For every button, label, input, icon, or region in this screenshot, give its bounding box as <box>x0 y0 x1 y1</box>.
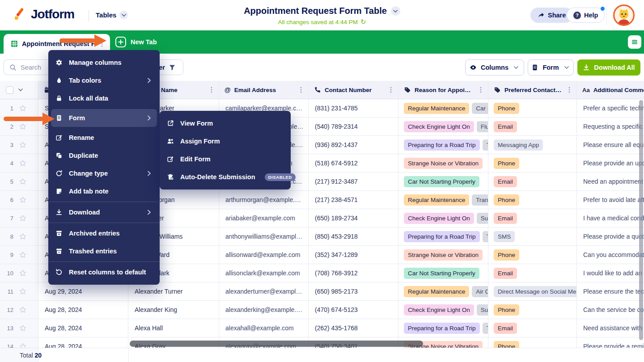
cell-comments[interactable]: I would like to add an extra service <box>577 264 644 282</box>
cell-email[interactable]: ariabaker@example.com <box>219 209 309 227</box>
cell-reason[interactable]: Preparing for a Road TripTire Check <box>398 136 488 154</box>
kebab-icon[interactable] <box>208 86 215 93</box>
cell-comments[interactable]: Need an appointment as soon as possible <box>577 173 644 191</box>
cell-comments[interactable]: Please provide an update on the repair <box>577 154 644 173</box>
cell-phone[interactable]: (708) 768-3912 <box>309 264 398 282</box>
cell-preferred-contact[interactable]: Email <box>488 264 577 282</box>
star-icon[interactable] <box>19 105 26 112</box>
menu-item-duplicate[interactable]: Duplicate <box>48 147 160 164</box>
cell-date[interactable]: Aug 28, 2024 <box>38 319 128 337</box>
cell-preferred-contact[interactable]: Phone <box>488 246 577 264</box>
jotform-logo[interactable]: Jotform <box>12 7 74 22</box>
form-button[interactable]: Form <box>528 59 574 76</box>
cell-email[interactable]: alexahall@example.com <box>219 319 309 337</box>
cell-reason[interactable]: Preparing for a Road TripTire Check <box>398 319 488 337</box>
column-header-preferred-contact[interactable]: Preferred Contact Method <box>488 81 577 99</box>
cell-phone[interactable]: (650) 985-2173 <box>309 282 398 301</box>
horizontal-scrollbar[interactable] <box>130 341 423 347</box>
star-icon[interactable] <box>19 141 26 148</box>
cell-reason[interactable]: Regular MaintenanceAir Conditioning <box>398 282 488 301</box>
title-chevron-icon[interactable] <box>391 6 400 16</box>
columns-button[interactable]: Columns <box>465 59 524 76</box>
cell-comments[interactable]: Please provide a quote before starting <box>577 227 644 246</box>
cell-reason[interactable]: Strange Noise or Vibration <box>398 246 488 264</box>
cell-phone[interactable]: (217) 912-3487 <box>309 173 398 191</box>
chevron-down-icon[interactable] <box>17 86 24 93</box>
star-icon[interactable] <box>19 306 26 313</box>
star-icon[interactable] <box>19 178 26 185</box>
help-button[interactable]: ? Help <box>567 8 605 23</box>
cell-date[interactable]: Aug 28, 2024 <box>38 301 128 319</box>
cell-phone[interactable]: (540) 789-2314 <box>309 118 398 136</box>
cell-email[interactable]: anthonywilliams@example.com <box>219 227 309 246</box>
star-icon[interactable] <box>19 233 26 240</box>
cell-phone[interactable]: (936) 892-1437 <box>309 136 398 154</box>
star-icon[interactable] <box>19 269 26 277</box>
menu-item-rename[interactable]: Rename <box>48 129 160 147</box>
avatar[interactable] <box>613 4 635 26</box>
tables-dropdown[interactable]: Tables <box>96 11 128 19</box>
cell-phone[interactable]: (352) 347-1289 <box>309 246 398 264</box>
menu-item-change-type[interactable]: Change type <box>48 164 160 182</box>
cell-comments[interactable]: Please ensure all equipment is ready <box>577 136 644 154</box>
star-icon[interactable] <box>19 288 26 295</box>
cell-phone[interactable]: (518) 674-5912 <box>309 154 398 173</box>
menu-item-reset-columns-to-default[interactable]: Reset columns to default <box>48 263 160 281</box>
cell-email[interactable]: alexanderking@example.com <box>219 301 309 319</box>
cell-reason[interactable]: Strange Noise or Vibration <box>398 154 488 173</box>
cell-comments[interactable]: Please ensure the technician is certifie… <box>577 282 644 301</box>
menu-item-tab-colors[interactable]: Tab colors <box>48 72 160 89</box>
column-header-reason[interactable]: Reason for Appointment <box>398 81 488 99</box>
cell-reason[interactable]: Preparing for a Road TripTire Check <box>398 227 488 246</box>
cell-comments[interactable]: Prefer a specific technician for the ser… <box>577 99 644 118</box>
menu-item-lock-all-data[interactable]: Lock all data <box>48 89 160 107</box>
cell-reason[interactable]: Check Engine Light OnSuspension <box>398 301 488 319</box>
menu-item-trashed-entries[interactable]: Trashed entries <box>48 242 160 260</box>
column-header-comments[interactable]: Aa Additional Comments <box>577 81 644 99</box>
menu-item-archived-entries[interactable]: Archived entries <box>48 224 160 242</box>
cell-reason[interactable]: Car Not Starting Properly <box>398 173 488 191</box>
cell-phone[interactable]: (217) 238-4571 <box>309 191 398 209</box>
cell-preferred-contact[interactable]: Phone <box>488 99 577 118</box>
cell-comments[interactable]: Need assistance with a warranty claim <box>577 319 644 337</box>
cell-preferred-contact[interactable]: Email <box>488 118 577 136</box>
cell-reason[interactable]: Check Engine Light OnFluid Leak <box>398 118 488 136</box>
kebab-icon[interactable] <box>477 86 484 93</box>
cell-comments[interactable]: I have a medical condition that requires <box>577 209 644 227</box>
star-icon[interactable] <box>19 196 26 203</box>
column-header-email[interactable]: @ Email Address <box>219 81 309 99</box>
cell-comments[interactable]: Please provide a reminder before the <box>577 337 644 348</box>
kebab-icon[interactable] <box>297 86 305 93</box>
menu-item-form[interactable]: Form <box>51 109 157 127</box>
cell-email[interactable]: alexanderturner@example.com <box>219 282 309 301</box>
cell-phone[interactable]: (650) 189-2734 <box>309 209 398 227</box>
star-icon[interactable] <box>19 251 26 258</box>
cell-preferred-contact[interactable]: Messaging App <box>488 136 577 154</box>
cell-email[interactable]: arthurmorgan@example.com <box>219 191 309 209</box>
menu-item-download[interactable]: Download <box>48 203 160 221</box>
refresh-icon[interactable]: ↻ <box>360 18 366 26</box>
cell-preferred-contact[interactable]: Phone <box>488 154 577 173</box>
vertical-scrollbar[interactable] <box>639 100 643 340</box>
cell-name[interactable]: Alexander King <box>128 301 219 319</box>
cell-preferred-contact[interactable]: SMS <box>488 227 577 246</box>
star-icon[interactable] <box>19 215 26 222</box>
menu-item-manage-columns[interactable]: Manage columns <box>48 54 160 72</box>
kebab-icon[interactable] <box>566 86 573 93</box>
star-icon[interactable] <box>19 324 26 332</box>
cell-phone[interactable]: (850) 453-2918 <box>309 227 398 246</box>
kebab-icon[interactable] <box>387 86 394 93</box>
cell-preferred-contact[interactable]: Email <box>488 209 577 227</box>
cell-email[interactable]: allisonclark@example.com <box>219 264 309 282</box>
cell-preferred-contact[interactable]: Phone <box>488 301 577 319</box>
download-all-button[interactable]: Download All <box>577 59 640 76</box>
cell-reason[interactable]: Check Engine Light OnSuspension <box>398 209 488 227</box>
select-all-checkbox[interactable] <box>6 86 13 94</box>
star-icon[interactable] <box>19 123 26 130</box>
cell-reason[interactable]: Regular MaintenanceCar Inspection <box>398 99 488 118</box>
cell-preferred-contact[interactable]: Phone <box>488 337 577 348</box>
cell-preferred-contact[interactable]: Email <box>488 319 577 337</box>
tab-list-button[interactable] <box>628 35 641 49</box>
cell-comments[interactable]: Can you accommodate an early morning <box>577 246 644 264</box>
submenu-item-view-form[interactable]: View Form <box>160 114 291 132</box>
